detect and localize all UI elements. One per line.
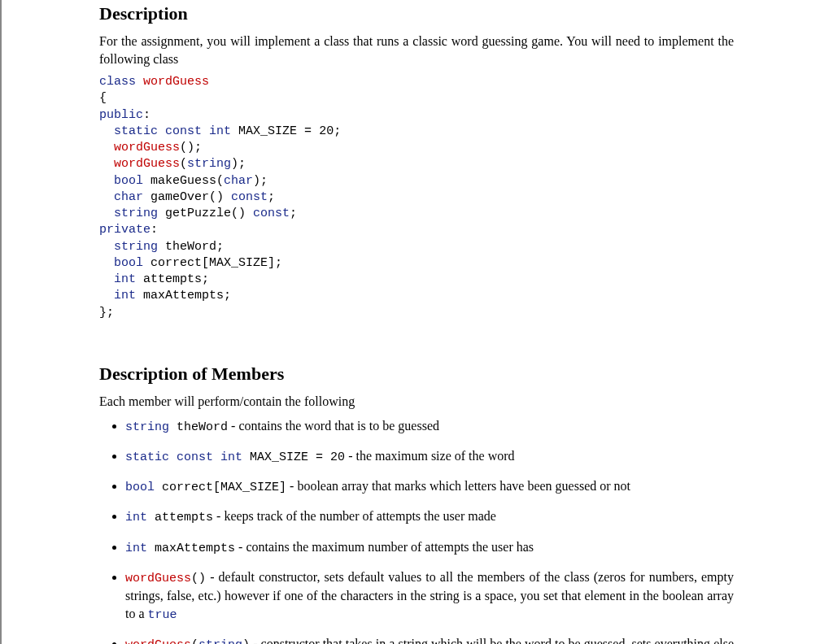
desc-text: - default constructor, sets default valu… [125, 570, 734, 620]
kw-string: string [125, 420, 169, 434]
document-page: Description For the assignment, you will… [99, 0, 750, 644]
desc-text: - the maximum size of the word [345, 449, 514, 463]
kw-string: string [198, 638, 242, 644]
kw-static: static [125, 450, 169, 464]
code-gameover: gameOver() [150, 190, 224, 204]
desc-text: - keeps track of the number of attempts … [213, 509, 496, 523]
code-ctor0-parens: (); [180, 141, 202, 154]
kw-int: int [220, 450, 242, 464]
section-heading-members: Description of Members [99, 363, 734, 385]
code-makeguess-end: ); [253, 174, 268, 188]
list-item: int attempts - keeps track of the number… [125, 507, 734, 526]
list-item: string theWord - contains the word that … [125, 417, 734, 436]
id-ctor0: wordGuess [114, 141, 180, 154]
code-block-class-def: class wordGuess { public: static const i… [99, 74, 734, 321]
kw-int: int [125, 511, 147, 524]
kw-char: char [224, 174, 253, 188]
id-wordguess-ctor0: wordGuess [125, 572, 191, 585]
code-brace-close: }; [99, 306, 114, 320]
desc-text: - boolean array that marks which letters… [286, 479, 630, 493]
kw-char-ret: char [114, 190, 143, 204]
list-item: wordGuess(string) - constructor that tak… [125, 635, 734, 644]
desc-text: - contains the maximum number of attempt… [235, 540, 534, 554]
id-wordguess-ctor1: wordGuess [125, 638, 191, 644]
members-intro: Each member will perform/contain the fol… [99, 393, 734, 411]
code-theword: theWord; [165, 240, 224, 254]
kw-bool: bool [125, 481, 155, 494]
kw-private: private [99, 223, 150, 237]
kw-string-ret: string [114, 207, 158, 220]
mono-attempts: attempts [155, 511, 213, 524]
kw-const3: const [253, 207, 290, 220]
mono-correct: correct[MAX_SIZE] [162, 481, 286, 494]
desc-text: - contains the word that is to be guesse… [228, 419, 439, 433]
kw-class: class [99, 75, 136, 89]
kw-int-mem1: int [114, 272, 136, 286]
kw-bool-mem: bool [114, 256, 143, 270]
list-item: static const int MAX_SIZE = 20 - the max… [125, 447, 734, 466]
id-ctor1: wordGuess [114, 157, 180, 171]
members-list: string theWord - contains the word that … [99, 417, 734, 644]
intro-paragraph: For the assignment, you will implement a… [99, 33, 734, 67]
kw-const: const [177, 450, 213, 464]
code-maxattempts: maxAttempts; [143, 289, 231, 302]
list-item: wordGuess() - default constructor, sets … [125, 568, 734, 624]
mono-parens: () [191, 572, 206, 585]
mono-maxsize: MAX_SIZE = 20 [250, 450, 345, 464]
kw-string-param: string [187, 157, 231, 171]
kw-public: public [99, 108, 143, 122]
list-item: int maxAttempts - contains the maximum n… [125, 538, 734, 557]
id-wordguess: wordGuess [143, 75, 209, 89]
kw-static: static [114, 124, 158, 138]
mono-paren-close: ) [242, 638, 250, 644]
kw-const: const [165, 124, 202, 138]
kw-bool: bool [114, 174, 143, 188]
mono-maxattempts: maxAttempts [155, 542, 235, 555]
kw-const2: const [231, 190, 268, 204]
kw-string-mem: string [114, 240, 158, 254]
kw-int-mem2: int [114, 289, 136, 302]
section-heading-description: Description [99, 3, 734, 24]
code-attempts: attempts; [143, 272, 209, 286]
list-item: bool correct[MAX_SIZE] - boolean array t… [125, 477, 734, 496]
kw-true: true [148, 608, 177, 622]
kw-int: int [209, 124, 231, 138]
mono-theword: theWord [177, 420, 228, 434]
code-makeguess: makeGuess( [150, 174, 224, 188]
code-getpuzzle: getPuzzle() [165, 207, 246, 220]
code-brace-open: { [99, 91, 107, 105]
code-correct: correct[MAX_SIZE]; [150, 256, 282, 270]
kw-int: int [125, 542, 147, 555]
code-maxsize: MAX_SIZE = 20; [238, 124, 341, 138]
mono-paren-open: ( [191, 638, 198, 644]
